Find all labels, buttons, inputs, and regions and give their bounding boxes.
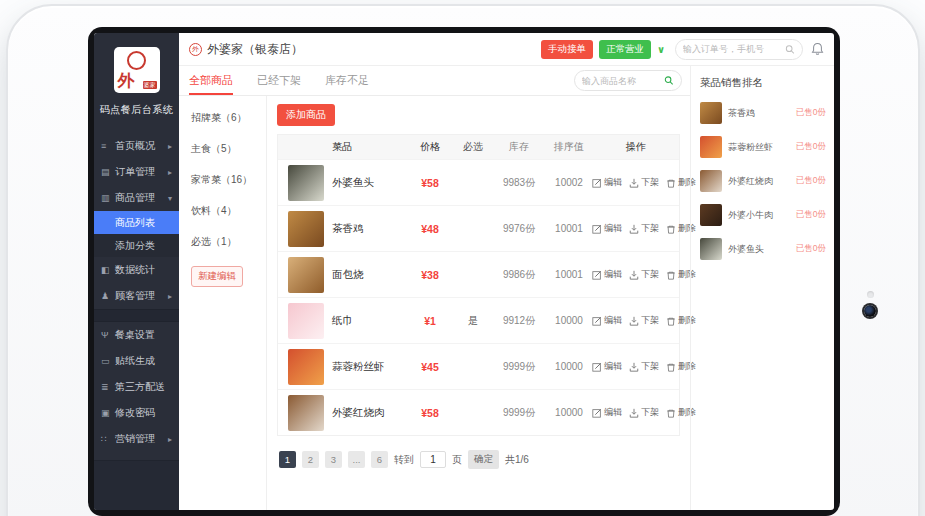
dish-sort-value: 10002 xyxy=(546,177,592,188)
col-header-actions: 操作 xyxy=(592,140,679,154)
sidebar-item-label: 商品管理 xyxy=(115,191,168,205)
edit-button[interactable]: 编辑 xyxy=(592,360,622,373)
status-chevron-down-icon[interactable]: ∨ xyxy=(657,44,665,55)
add-product-button[interactable]: 添加商品 xyxy=(277,104,335,126)
dish-thumbnail xyxy=(288,303,324,339)
sidebar-filler xyxy=(94,460,179,510)
take-down-label: 下架 xyxy=(641,268,659,281)
edit-button[interactable]: 编辑 xyxy=(592,268,622,281)
dish-price: ¥58 xyxy=(406,177,454,189)
page-button-2[interactable]: 2 xyxy=(302,451,319,468)
sidebar-item-label: 餐桌设置 xyxy=(115,328,172,342)
col-header-sort: 排序值 xyxy=(546,140,592,154)
ranking-dish-name: 外婆红烧肉 xyxy=(728,175,796,188)
category-item[interactable]: 招牌菜（6） xyxy=(191,111,266,125)
sidebar-item-sticker[interactable]: ▭ 贴纸生成 xyxy=(94,348,179,374)
edit-button[interactable]: 编辑 xyxy=(592,176,622,189)
tab-off-shelf[interactable]: 已经下架 xyxy=(257,66,301,95)
take-down-button[interactable]: 下架 xyxy=(629,314,659,327)
edit-icon xyxy=(592,178,602,188)
chevron-right-icon: ▸ xyxy=(168,142,172,151)
main-area: 外 外婆家（银泰店） 手动接单 正常营业 ∨ xyxy=(179,33,834,510)
dish-stock: 9986份 xyxy=(492,268,546,282)
ranking-sold-count: 已售0份 xyxy=(796,243,826,255)
dish-price: ¥45 xyxy=(406,361,454,373)
sidebar-item-label: 营销管理 xyxy=(115,432,168,446)
sidebar-item-products[interactable]: ▥ 商品管理 ▾ xyxy=(94,185,179,211)
sidebar-item-delivery[interactable]: ≣ 第三方配送 xyxy=(94,374,179,400)
brand-block: 外 婆家 码点餐后台系统 xyxy=(94,33,179,127)
col-header-dish: 菜品 xyxy=(278,140,406,154)
take-down-icon xyxy=(629,362,639,372)
dish-name: 蒜蓉粉丝虾 xyxy=(332,360,385,374)
tab-low-stock[interactable]: 库存不足 xyxy=(325,66,369,95)
col-header-price: 价格 xyxy=(406,140,454,154)
notification-bell-icon[interactable] xyxy=(811,42,824,56)
edit-icon xyxy=(592,408,602,418)
sidebar-item-password[interactable]: ▣ 修改密码 xyxy=(94,400,179,426)
search-icon xyxy=(785,44,795,55)
home-icon: ≡ xyxy=(101,141,115,151)
search-icon xyxy=(664,75,674,86)
take-down-button[interactable]: 下架 xyxy=(629,176,659,189)
order-search-input[interactable] xyxy=(683,44,785,54)
edit-button[interactable]: 编辑 xyxy=(592,314,622,327)
take-down-label: 下架 xyxy=(641,360,659,373)
dish-sort-value: 10001 xyxy=(546,223,592,234)
edit-button[interactable]: 编辑 xyxy=(592,406,622,419)
sidebar-item-orders[interactable]: ▤ 订单管理 ▸ xyxy=(94,159,179,185)
sidebar-item-home[interactable]: ≡ 首页概况 ▸ xyxy=(94,133,179,159)
goto-page-input[interactable] xyxy=(420,451,446,468)
dish-required: 是 xyxy=(454,314,492,328)
chart-icon: ◧ xyxy=(101,265,115,275)
sidebar-item-marketing[interactable]: ∷ 营销管理 ▸ xyxy=(94,426,179,452)
ranking-sold-count: 已售0份 xyxy=(796,209,826,221)
tablet-sensor-dot xyxy=(867,291,874,298)
manual-order-button[interactable]: 手动接单 xyxy=(541,40,593,59)
sidebar-item-add-category[interactable]: 添加分类 xyxy=(94,234,179,257)
take-down-button[interactable]: 下架 xyxy=(629,268,659,281)
product-search-input[interactable] xyxy=(582,76,664,86)
edit-label: 编辑 xyxy=(604,314,622,327)
page-button-1[interactable]: 1 xyxy=(279,451,296,468)
logo-face-icon xyxy=(127,51,146,70)
dish-name: 面包烧 xyxy=(332,268,364,282)
page-button-ellipsis[interactable]: ... xyxy=(348,451,365,468)
ranking-dish-name: 茶香鸡 xyxy=(728,107,796,120)
chevron-down-icon: ▾ xyxy=(168,194,172,203)
category-item[interactable]: 家常菜（16） xyxy=(191,173,266,187)
dish-thumbnail xyxy=(700,204,722,226)
sidebar-item-tables[interactable]: Ψ 餐桌设置 xyxy=(94,322,179,348)
sticker-icon: ▭ xyxy=(101,356,115,366)
page-button-3[interactable]: 3 xyxy=(325,451,342,468)
page-button-6[interactable]: 6 xyxy=(371,451,388,468)
top-header: 外 外婆家（银泰店） 手动接单 正常营业 ∨ xyxy=(179,33,834,66)
take-down-button[interactable]: 下架 xyxy=(629,360,659,373)
table-header-row: 菜品 价格 必选 库存 排序值 操作 xyxy=(278,135,679,159)
sidebar-item-statistics[interactable]: ◧ 数据统计 xyxy=(94,257,179,283)
sidebar-item-customers[interactable]: ♟ 顾客管理 ▸ xyxy=(94,283,179,309)
dish-name: 纸巾 xyxy=(332,314,353,328)
pagination: 1 2 3 ... 6 转到 页 确定 共1/6 xyxy=(279,450,680,469)
tab-all-products[interactable]: 全部商品 xyxy=(189,66,233,95)
ranking-item: 茶香鸡 已售0份 xyxy=(700,102,826,124)
sidebar-item-label: 数据统计 xyxy=(115,263,172,277)
category-item[interactable]: 必选（1） xyxy=(191,235,266,249)
brand-logo: 外 婆家 xyxy=(114,47,160,93)
take-down-button[interactable]: 下架 xyxy=(629,222,659,235)
new-category-button[interactable]: 新建编辑 xyxy=(191,266,243,287)
business-status-button[interactable]: 正常营业 xyxy=(599,40,651,59)
dish-sort-value: 10000 xyxy=(546,407,592,418)
sidebar-divider xyxy=(94,309,179,322)
category-item[interactable]: 主食（5） xyxy=(191,142,266,156)
edit-label: 编辑 xyxy=(604,406,622,419)
dish-stock: 9976份 xyxy=(492,222,546,236)
edit-button[interactable]: 编辑 xyxy=(592,222,622,235)
trash-icon xyxy=(666,224,676,234)
dish-thumbnail xyxy=(288,257,324,293)
dish-name: 外婆红烧肉 xyxy=(332,406,385,420)
take-down-button[interactable]: 下架 xyxy=(629,406,659,419)
goto-confirm-button[interactable]: 确定 xyxy=(468,450,499,469)
category-item[interactable]: 饮料（4） xyxy=(191,204,266,218)
sidebar-item-product-list[interactable]: 商品列表 xyxy=(94,211,179,234)
